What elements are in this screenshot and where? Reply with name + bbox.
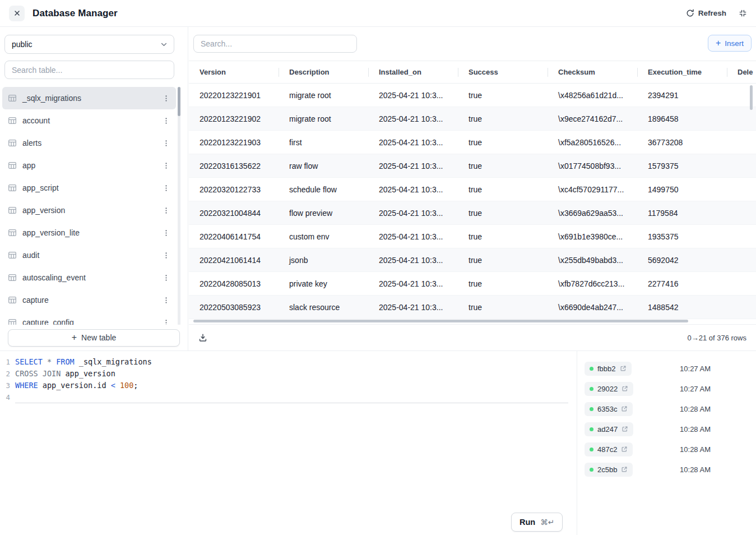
table-options-button[interactable] (160, 91, 171, 105)
table-cell[interactable] (727, 225, 756, 248)
table-cell[interactable]: true (458, 84, 548, 107)
table-cell[interactable]: 20220321004844 (189, 201, 279, 225)
table-row[interactable]: 20220428085013private key2025-04-21 10:3… (189, 272, 756, 296)
run-result-chip[interactable]: 29022 (585, 382, 633, 396)
table-cell[interactable]: custom env (279, 225, 368, 248)
sidebar-scrollbar[interactable] (178, 87, 180, 328)
column-header-success[interactable]: Success (458, 61, 548, 84)
table-options-button[interactable] (160, 136, 171, 150)
table-cell[interactable]: 20220428085013 (189, 272, 279, 296)
table-cell[interactable]: 20220320122733 (189, 178, 279, 201)
table-cell[interactable]: true (458, 201, 548, 225)
table-options-button[interactable] (160, 113, 171, 128)
table-cell[interactable]: 2277416 (637, 272, 727, 296)
table-cell[interactable]: \x3669a629aa53... (548, 201, 637, 225)
table-cell[interactable]: \xfb7827d6cc213... (548, 272, 637, 296)
table-cell[interactable]: 2025-04-21 10:3... (368, 296, 458, 319)
run-result-chip[interactable]: ad247 (585, 422, 633, 436)
table-cell[interactable]: true (458, 272, 548, 296)
code-line-3[interactable]: 3WHERE app_version.id < 100; (0, 380, 577, 391)
table-cell[interactable]: 1499750 (637, 178, 727, 201)
table-cell[interactable]: true (458, 178, 548, 201)
table-row[interactable]: 20220123221901migrate root2025-04-21 10:… (189, 84, 756, 107)
schema-select[interactable]: public (4, 35, 174, 54)
table-row[interactable]: 20220321004844flow preview2025-04-21 10:… (189, 201, 756, 225)
table-row[interactable]: 20220123221902migrate root2025-04-21 10:… (189, 107, 756, 131)
table-cell[interactable]: true (458, 107, 548, 131)
table-cell[interactable]: 5692042 (637, 248, 727, 272)
table-options-button[interactable] (160, 248, 171, 262)
table-row[interactable]: 20220421061414jsonb2025-04-21 10:3...tru… (189, 248, 756, 272)
table-cell[interactable] (727, 131, 756, 154)
table-cell[interactable]: \x48256a61d21d... (548, 84, 637, 107)
sidebar-table-item-capture[interactable]: capture (2, 289, 176, 311)
table-cell[interactable]: \xc4cf570291177... (548, 178, 637, 201)
table-cell[interactable]: schedule flow (279, 178, 368, 201)
table-cell[interactable]: \x691b1e3980ce... (548, 225, 637, 248)
new-table-button[interactable]: + New table (8, 329, 180, 347)
table-cell[interactable]: true (458, 296, 548, 319)
table-cell[interactable]: 20220123221903 (189, 131, 279, 154)
table-row[interactable]: 20220316135622raw flow2025-04-21 10:3...… (189, 154, 756, 178)
table-cell[interactable]: true (458, 154, 548, 178)
sidebar-table-item-autoscaling_event[interactable]: autoscaling_event (2, 266, 176, 289)
refresh-button[interactable]: Refresh (686, 9, 726, 17)
column-header-execution_time[interactable]: Execution_time (637, 61, 727, 84)
table-cell[interactable]: \x6690de4ab247... (548, 296, 637, 319)
column-header-version[interactable]: Version (189, 61, 279, 84)
table-cell[interactable]: \xf5a280516526... (548, 131, 637, 154)
column-header-checksum[interactable]: Checksum (548, 61, 637, 84)
run-result-chip[interactable]: fbbb2 (585, 362, 632, 376)
table-cell[interactable] (727, 178, 756, 201)
table-cell[interactable]: 2025-04-21 10:3... (368, 84, 458, 107)
code-line-2[interactable]: 2CROSS JOIN app_version (0, 368, 577, 380)
table-cell[interactable]: 20220123221902 (189, 107, 279, 131)
sidebar-table-item-_sqlx_migrations[interactable]: _sqlx_migrations (2, 87, 176, 109)
table-cell[interactable]: slack resource (279, 296, 368, 319)
table-options-button[interactable] (160, 293, 171, 307)
code-text[interactable]: CROSS JOIN app_version (15, 368, 577, 380)
table-cell[interactable] (727, 201, 756, 225)
table-cell[interactable]: true (458, 131, 548, 154)
table-cell[interactable] (727, 154, 756, 178)
table-cell[interactable]: raw flow (279, 154, 368, 178)
rows-search-input[interactable] (193, 35, 357, 53)
close-button[interactable] (9, 6, 25, 21)
sidebar-table-item-alerts[interactable]: alerts (2, 132, 176, 154)
column-header-dele[interactable]: Dele (727, 61, 756, 84)
table-cell[interactable]: 20220316135622 (189, 154, 279, 178)
table-cell[interactable] (727, 248, 756, 272)
run-result-chip[interactable]: 487c2 (585, 442, 633, 456)
run-result-chip[interactable]: 2c5bb (585, 463, 633, 477)
table-cell[interactable]: true (458, 248, 548, 272)
vertical-scrollbar[interactable] (750, 85, 753, 110)
table-cell[interactable]: 20220421061414 (189, 248, 279, 272)
table-cell[interactable]: 20220123221901 (189, 84, 279, 107)
table-cell[interactable]: true (458, 225, 548, 248)
table-cell[interactable]: 1896458 (637, 107, 727, 131)
table-row[interactable]: 20220123221903first2025-04-21 10:3...tru… (189, 131, 756, 154)
table-cell[interactable]: 2025-04-21 10:3... (368, 154, 458, 178)
fullscreen-toggle-button[interactable] (739, 9, 747, 17)
table-cell[interactable]: 2025-04-21 10:3... (368, 178, 458, 201)
insert-button[interactable]: + Insert (708, 35, 752, 52)
table-cell[interactable]: \x9ece274162d7... (548, 107, 637, 131)
table-cell[interactable]: \x01774508bf93... (548, 154, 637, 178)
table-cell[interactable]: private key (279, 272, 368, 296)
table-cell[interactable]: 2025-04-21 10:3... (368, 272, 458, 296)
table-cell[interactable]: 36773208 (637, 131, 727, 154)
download-button[interactable] (198, 333, 207, 342)
column-header-description[interactable]: Description (279, 61, 368, 84)
table-cell[interactable]: flow preview (279, 201, 368, 225)
table-options-button[interactable] (160, 158, 171, 173)
table-cell[interactable]: 2025-04-21 10:3... (368, 201, 458, 225)
table-options-button[interactable] (160, 181, 171, 195)
run-button[interactable]: Run ⌘↵ (511, 513, 563, 532)
table-options-button[interactable] (160, 203, 171, 218)
table-cell[interactable]: 1488542 (637, 296, 727, 319)
table-row[interactable]: 20220503085923slack resource2025-04-21 1… (189, 296, 756, 319)
table-cell[interactable] (727, 107, 756, 131)
sidebar-table-item-app_version[interactable]: app_version (2, 199, 176, 222)
sidebar-table-item-app_version_lite[interactable]: app_version_lite (2, 222, 176, 244)
table-cell[interactable]: 1579375 (637, 154, 727, 178)
